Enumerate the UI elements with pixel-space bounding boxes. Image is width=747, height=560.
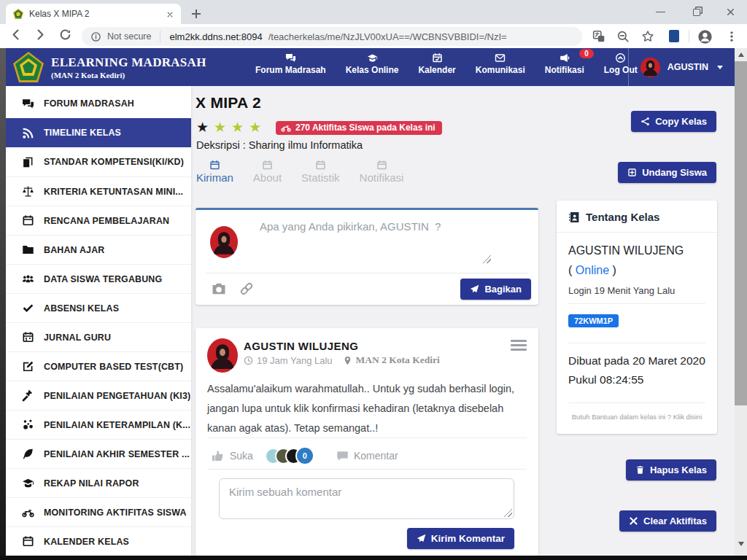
user-name: AGUSTIN <box>667 62 708 72</box>
card-divider <box>568 402 705 403</box>
sidebar-item-penilaian-keterampilan[interactable]: PENILAIAN KETERAMPILAN (K... <box>6 410 191 439</box>
star-icon[interactable]: ★ <box>249 120 266 135</box>
scrollbar-thumb[interactable] <box>735 61 747 405</box>
window-minimize-button[interactable] <box>643 0 677 24</box>
nav-item-forum-madrasah[interactable]: Forum Madrasah <box>255 52 326 75</box>
comment-action[interactable]: Komentar <box>336 450 398 462</box>
about-class-card: Tentang Kelas AGUSTIN WILUJENG ( Online … <box>557 201 717 434</box>
thumbs-up-icon[interactable] <box>212 450 224 462</box>
info-icon[interactable] <box>90 30 101 43</box>
tab-about[interactable]: About <box>253 160 282 184</box>
like-count-badge: 0 <box>295 446 314 465</box>
tab-title: Kelas X MIPA 2 <box>29 9 160 19</box>
nav-items: Forum Madrasah Kelas Online Kalender Kom… <box>255 52 638 75</box>
reload-icon[interactable] <box>58 28 76 45</box>
online-label[interactable]: Online <box>576 264 609 276</box>
camera-icon[interactable] <box>212 281 226 296</box>
composer-input[interactable] <box>260 220 500 262</box>
share-button[interactable]: Bagikan <box>460 279 531 300</box>
brand[interactable]: ELEARNING MADRASAH (MAN 2 Kota Kediri) <box>13 52 206 82</box>
browser-tab[interactable]: Kelas X MIPA 2 <box>6 4 181 24</box>
tab-close-icon[interactable] <box>166 7 174 20</box>
extension-icon[interactable] <box>669 30 679 42</box>
sidebar-item-timeline-kelas[interactable]: TIMELINE KELAS <box>6 118 191 147</box>
megaphone-icon <box>559 52 570 63</box>
x-icon <box>629 516 638 526</box>
nav-item-kelas-online[interactable]: Kelas Online <box>346 52 399 75</box>
post-avatar <box>207 338 238 373</box>
window-close-button[interactable] <box>713 0 747 24</box>
sidebar-item-monitoring-aktifitas[interactable]: MONITORING AKTIFITAS SISWA <box>6 497 191 526</box>
window-restore-button[interactable] <box>680 0 713 24</box>
security-label: Not secure <box>107 31 151 42</box>
tab-kiriman[interactable]: Kiriman <box>196 160 233 184</box>
like-label[interactable]: Suka <box>230 450 253 462</box>
zoom-out-icon[interactable] <box>616 29 631 44</box>
post-menu-icon[interactable] <box>511 340 527 353</box>
delete-class-button[interactable]: Hapus Kelas <box>626 459 716 481</box>
sidebar-item-forum-madrasah[interactable]: FORUM MADRASAH <box>6 89 191 118</box>
translate-icon[interactable] <box>592 29 607 44</box>
star-icon[interactable]: ★ <box>196 120 214 135</box>
sidebar-item-penilaian-akhir-semester[interactable]: PENILAIAN AKHIR SEMESTER ... <box>6 439 191 468</box>
sidebar-item-jurnal-guru[interactable]: JURNAL GURU <box>6 322 191 351</box>
brand-subtitle: (MAN 2 Kota Kediri) <box>51 71 206 79</box>
sidebar-item-rekap-nilai[interactable]: REKAP NILAI RAPOR <box>6 468 191 497</box>
post-author: AGUSTIN WILUJENG <box>244 340 358 352</box>
bookmark-star-icon[interactable] <box>641 29 656 44</box>
post-card: AGUSTIN WILUJENG 19 Jam Yang Lalu MAN 2 … <box>196 328 538 560</box>
invite-students-button[interactable]: Undang Siswa <box>618 162 716 183</box>
comment-box <box>219 478 514 519</box>
sidebar-item-kriteria-ketuntasan[interactable]: KRITERIA KETUNTASAN MINI... <box>6 176 191 206</box>
user-menu[interactable]: AGUSTIN <box>628 48 735 86</box>
likers-avatars[interactable]: 0 <box>265 446 314 465</box>
back-icon[interactable] <box>9 28 26 45</box>
browser-menu-icon[interactable] <box>725 29 740 44</box>
class-code-badge[interactable]: 72KWM1P <box>568 314 619 327</box>
page-scrollbar[interactable] <box>735 48 747 556</box>
send-comment-button[interactable]: Kirim Komentar <box>407 528 514 549</box>
resize-handle[interactable] <box>483 255 491 263</box>
sidebar-item-rencana-pembelajaran[interactable]: RENCANA PEMBELAJARAN <box>6 206 191 235</box>
sidebar-item-penilaian-pengetahuan[interactable]: PENILAIAN PENGETAHUAN (KI3) <box>6 381 191 410</box>
link-icon[interactable] <box>239 281 254 296</box>
new-tab-button[interactable] <box>188 6 204 22</box>
scroll-down-icon[interactable] <box>735 537 747 550</box>
post-divider <box>207 438 527 438</box>
clock-icon <box>244 356 253 365</box>
sidebar-item-bahan-ajar[interactable]: BAHAN AJAR <box>6 235 191 264</box>
comment-input[interactable] <box>220 479 514 518</box>
check-icon <box>22 302 34 314</box>
nav-item-kalender[interactable]: Kalender <box>418 52 455 75</box>
motorcycle-icon <box>22 506 34 518</box>
clear-activity-button[interactable]: Clear Aktifitas <box>619 510 716 532</box>
brand-title: ELEARNING MADRASAH <box>51 55 206 70</box>
nav-item-komunikasi[interactable]: Komunikasi <box>476 52 525 75</box>
resize-handle[interactable] <box>504 509 512 517</box>
help-link[interactable]: Butuh Bantuan dalam kelas ini ? Klik dis… <box>557 413 717 421</box>
sidebar: FORUM MADRASAH TIMELINE KELAS STANDAR KO… <box>6 86 191 556</box>
profile-icon[interactable] <box>697 29 712 44</box>
nav-item-notifikasi[interactable]: Notifikasi 0 <box>545 52 584 75</box>
tab-statistik[interactable]: Statistik <box>301 160 340 184</box>
sidebar-item-cbt[interactable]: COMPUTER BASED TEST(CBT) <box>6 351 191 381</box>
paper-plane-icon <box>470 284 479 294</box>
window-left-edge <box>0 48 6 560</box>
tab-notifikasi[interactable]: Notifikasi <box>360 160 404 184</box>
star-icon[interactable]: ★ <box>214 120 231 135</box>
sidebar-item-kalender-kelas[interactable]: KALENDER KELAS <box>6 526 191 556</box>
copy-class-button[interactable]: Copy Kelas <box>631 111 716 132</box>
graduation-cap-icon <box>22 477 34 489</box>
rating-stars[interactable]: ★★★★ <box>196 119 266 136</box>
screen: Kelas X MIPA 2 Not secure elm2kk.ddns.ne… <box>0 0 747 560</box>
comments-icon <box>285 52 296 63</box>
forward-icon[interactable] <box>34 28 51 45</box>
address-bar[interactable]: Not secure elm2kk.ddns.net:8094/teacherk… <box>82 27 582 46</box>
sidebar-item-absensi-kelas[interactable]: ABSENSI KELAS <box>6 293 191 322</box>
scroll-up-icon[interactable] <box>735 48 747 61</box>
star-icon[interactable]: ★ <box>231 120 249 135</box>
sidebar-item-standar-kompetensi[interactable]: STANDAR KOMPETENSI(KI/KD) <box>6 147 191 176</box>
window-bottom-edge <box>0 556 747 560</box>
sidebar-item-data-siswa[interactable]: DATA SISWA TERGABUNG <box>6 264 191 293</box>
online-status: ( Online ) <box>568 264 616 277</box>
